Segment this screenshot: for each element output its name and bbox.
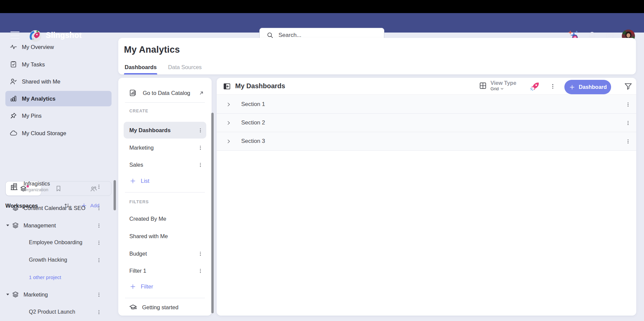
layers-icon — [11, 204, 19, 212]
kebab-menu-icon[interactable] — [198, 268, 203, 273]
sidebar-item-label: My Tasks — [22, 61, 45, 68]
top-navbar: Slingshot 4 — [0, 13, 644, 33]
search-input[interactable] — [278, 32, 376, 39]
add-filter-button[interactable]: Filter — [129, 283, 153, 290]
sidebar-item-label: My Pins — [22, 113, 42, 119]
workspace-infragistics[interactable]: Infragistics Organization — [0, 178, 114, 195]
project-q2-product-launch[interactable]: Q2 Product Launch — [0, 303, 114, 321]
sidebar-item-shared-with-me[interactable]: Shared with Me — [0, 73, 117, 90]
sidebar-item-label: My Analytics — [22, 96, 55, 102]
kebab-menu-icon[interactable] — [96, 310, 101, 315]
kebab-menu-icon[interactable] — [96, 258, 101, 263]
divider — [125, 192, 205, 193]
create-section-label: CREATE — [129, 109, 148, 113]
getting-started-link[interactable]: Getting started — [118, 299, 212, 315]
add-list-button[interactable]: List — [129, 177, 149, 184]
filter-item-created-by-me[interactable]: Created By Me — [118, 210, 212, 227]
workspace-name: Management — [24, 222, 56, 229]
collapse-panel-icon[interactable] — [223, 82, 231, 91]
plus-icon — [129, 283, 136, 290]
section-label: Section 3 — [241, 138, 265, 145]
organization-icon — [9, 182, 18, 191]
view-type-label: View Type — [490, 80, 516, 86]
kebab-menu-icon[interactable] — [198, 251, 203, 256]
person-check-icon — [9, 77, 17, 86]
list-item-sales[interactable]: Sales — [118, 156, 212, 173]
section-row-1[interactable]: Section 1 — [217, 95, 636, 114]
graduation-cap-icon — [129, 303, 137, 312]
divider — [125, 298, 205, 298]
kebab-menu-icon[interactable] — [626, 102, 631, 107]
kebab-menu-icon[interactable] — [96, 184, 101, 189]
workspace-name: Infragistics — [24, 180, 50, 187]
view-type-value: Grid — [490, 86, 499, 91]
view-type-selector[interactable]: View Type Grid — [479, 80, 516, 91]
list-item-my-dashboards[interactable]: My Dashboards — [118, 122, 212, 139]
chevron-right-icon — [226, 120, 231, 126]
workspace-name: Marketing — [24, 291, 48, 298]
chevron-right-icon — [226, 102, 231, 107]
more-projects-link[interactable]: 1 other project — [0, 268, 114, 286]
filter-item-shared-with-me[interactable]: Shared with Me — [118, 228, 212, 245]
rocket-icon[interactable] — [529, 81, 541, 92]
tasks-icon — [9, 60, 17, 68]
pin-icon — [9, 112, 17, 120]
filter-funnel-icon[interactable] — [624, 82, 633, 91]
list-item-marketing[interactable]: Marketing — [118, 139, 212, 156]
external-link-icon — [198, 90, 205, 96]
workspace-management[interactable]: Management — [0, 217, 114, 234]
section-row-2[interactable]: Section 2 — [217, 114, 636, 132]
workspace-marketing[interactable]: Marketing — [0, 286, 114, 303]
panel-title: My Dashboards — [235, 82, 285, 90]
sidebar-item-my-pins[interactable]: My Pins — [0, 107, 117, 124]
panel-kebab-menu-icon[interactable] — [550, 84, 556, 89]
bar-chart-icon — [9, 95, 17, 103]
screen-top-strip — [0, 0, 644, 13]
project-name: Growth Hacking — [29, 257, 67, 263]
tab-dashboards[interactable]: Dashboards — [124, 60, 157, 74]
plus-icon — [569, 84, 575, 91]
sidebar-item-my-analytics[interactable]: My Analytics — [0, 90, 117, 107]
kebab-menu-icon[interactable] — [96, 206, 101, 211]
layers-icon — [11, 290, 19, 299]
new-dashboard-button[interactable]: Dashboard — [564, 80, 611, 94]
sidebar-scrollbar[interactable] — [114, 180, 116, 210]
kebab-menu-icon[interactable] — [96, 240, 101, 245]
filter-item-filter-1[interactable]: Filter 1 — [118, 262, 212, 279]
data-catalog-icon — [129, 89, 137, 97]
kebab-menu-icon[interactable] — [626, 120, 631, 125]
kebab-menu-icon[interactable] — [96, 223, 101, 228]
cloud-icon — [9, 129, 17, 137]
kebab-menu-icon[interactable] — [626, 139, 631, 144]
sidebar-item-label: My Overview — [22, 44, 54, 50]
tab-data-sources[interactable]: Data Sources — [167, 60, 202, 74]
my-dashboards-panel: My Dashboards View Type Grid — [217, 78, 636, 316]
chevron-down-icon — [500, 87, 504, 91]
expand-triangle-icon[interactable] — [6, 223, 10, 227]
section-label: Section 2 — [241, 119, 265, 126]
chevron-right-icon — [226, 139, 231, 144]
kebab-menu-icon[interactable] — [198, 162, 203, 167]
kebab-menu-icon[interactable] — [198, 128, 203, 133]
sidebar-item-my-overview[interactable]: My Overview — [0, 38, 117, 56]
project-name: Employee Onboarding — [29, 239, 82, 246]
filter-item-budget[interactable]: Budget — [118, 245, 212, 262]
expand-triangle-icon[interactable] — [6, 292, 10, 297]
kebab-menu-icon[interactable] — [96, 292, 101, 297]
sidebar-item-my-tasks[interactable]: My Tasks — [0, 56, 117, 73]
plus-icon — [129, 177, 136, 184]
sidebar: My Overview My Tasks Shared with Me My A… — [0, 33, 117, 321]
workspace-subtitle: Organization — [24, 187, 48, 192]
section-label: Section 1 — [241, 101, 265, 108]
go-to-data-catalog-link[interactable]: Go to Data Catalog — [118, 85, 212, 101]
kebab-menu-icon[interactable] — [198, 145, 203, 150]
sidebar-item-my-cloud-storage[interactable]: My Cloud Storage — [0, 124, 117, 142]
divider — [125, 102, 205, 103]
sidebar-item-label: Shared with Me — [22, 78, 60, 85]
app-window: Slingshot 4 — [0, 0, 644, 321]
section-row-3[interactable]: Section 3 — [217, 132, 636, 151]
project-growth-hacking[interactable]: Growth Hacking — [0, 251, 114, 269]
workspace-content-calendar[interactable]: Content Calendar & SEO — [0, 199, 114, 217]
list-panel-scrollbar[interactable] — [211, 113, 214, 313]
project-employee-onboarding[interactable]: Employee Onboarding — [0, 234, 114, 251]
